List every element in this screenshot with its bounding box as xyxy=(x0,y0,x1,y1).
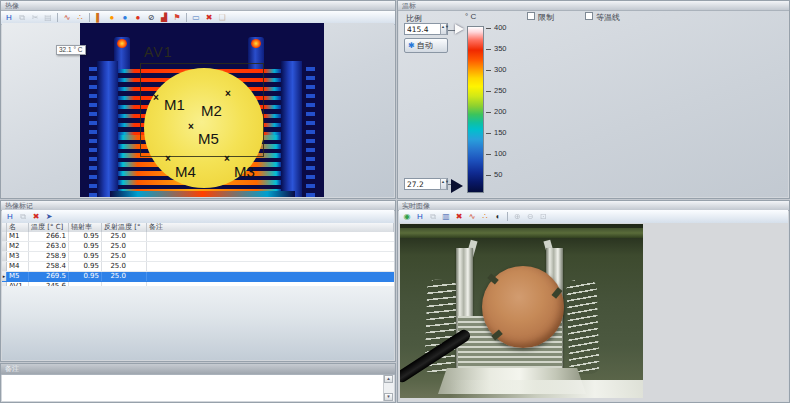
scatter-chart-icon[interactable]: ∴ xyxy=(479,211,491,222)
table-row-M5[interactable]: ▸M5269.50.9525.0 xyxy=(2,272,394,282)
column-header[interactable]: 温度 [° C] xyxy=(29,223,69,232)
cell: M2 xyxy=(7,242,29,251)
scroll-up-icon[interactable]: ▲ xyxy=(384,375,393,383)
cell: 0.95 xyxy=(69,232,102,241)
scale-tick xyxy=(486,70,491,71)
cell: 0.95 xyxy=(69,252,102,261)
marker-cross-M1[interactable]: × xyxy=(153,93,159,103)
save-icon[interactable]: H xyxy=(3,12,15,23)
cell xyxy=(147,242,394,251)
cell: M3 xyxy=(7,252,29,261)
column-header[interactable]: 备注 xyxy=(147,223,394,232)
zoom-out-icon: ⊖ xyxy=(524,211,536,222)
marker-label-M1: M1 xyxy=(164,97,185,112)
scale-tick-label: 400 xyxy=(494,24,507,32)
scale-tick-label: 350 xyxy=(494,45,507,53)
photo-back-board xyxy=(400,228,643,238)
limit-checkbox-label: 限制 xyxy=(538,12,554,23)
markers-table-panel: 热像标记 H⧉✖➤ 名温度 [° C]辐射率反射温度 [°备注 M1266.10… xyxy=(0,200,396,362)
cell: 0.95 xyxy=(69,262,102,271)
spot-tool-icon[interactable]: ▌ xyxy=(93,12,105,23)
scale-tick-label: 300 xyxy=(494,66,507,74)
marker-cross-M2[interactable]: × xyxy=(225,89,231,99)
save-icon[interactable]: H xyxy=(4,211,16,222)
scroll-down-icon[interactable]: ▼ xyxy=(384,393,393,401)
notes-textarea[interactable]: ▲ ▼ xyxy=(2,375,394,401)
cell: 25.0 xyxy=(102,272,147,281)
contrast-icon[interactable]: ◐ xyxy=(492,211,504,222)
column-header[interactable]: 反射温度 [° xyxy=(102,223,147,232)
save-icon[interactable]: H xyxy=(414,211,426,222)
paste-icon[interactable]: ▥ xyxy=(440,211,452,222)
profile-chart-icon[interactable]: ∿ xyxy=(61,12,73,23)
delete-icon[interactable]: ✖ xyxy=(203,12,215,23)
marker-label-M2: M2 xyxy=(201,103,222,118)
marker-cross-M4[interactable]: × xyxy=(165,154,171,164)
isotherm-checkbox[interactable] xyxy=(585,12,593,20)
app-window: 热像 H⧉✂▤∿∴▌●●●⊘▟⚑▭✖❏ AV1 ×M1×M2×M5×M4×M3 … xyxy=(0,0,790,403)
scale-tick xyxy=(486,49,491,50)
cell: 269.5 xyxy=(29,272,69,281)
limit-checkbox[interactable] xyxy=(527,12,535,20)
cell: 25.0 xyxy=(102,252,147,261)
table-row-M3[interactable]: M3258.90.9525.0 xyxy=(2,252,394,262)
scale-tick-label: 100 xyxy=(494,150,507,158)
send-marker-icon[interactable]: ➤ xyxy=(43,211,55,222)
scale-tick-label: 50 xyxy=(494,171,502,179)
delete-icon[interactable]: ✖ xyxy=(453,211,465,222)
thermal-panel-content: AV1 ×M1×M2×M5×M4×M3 32.1 ° C xyxy=(2,23,394,197)
heatsink-rail-left xyxy=(97,61,118,197)
copy-icon: ⧉ xyxy=(427,211,439,222)
toolbar-separator xyxy=(507,212,508,221)
heatsink-rail-right xyxy=(281,61,302,197)
scale-panel-content: 比例 ▲▼ ✱ 自动 ° C 40035030025020015010050 ▲… xyxy=(399,11,788,197)
table-body: M1266.10.9525.0M2263.00.9525.0M3258.90.9… xyxy=(2,232,394,292)
cell: 263.0 xyxy=(29,242,69,251)
cell: M1 xyxy=(7,232,29,241)
scale-tick xyxy=(486,133,491,134)
toolbar-separator xyxy=(89,13,90,22)
cell: 266.1 xyxy=(29,232,69,241)
scatter-chart-icon[interactable]: ∴ xyxy=(74,12,86,23)
marker-cross-M3[interactable]: × xyxy=(224,154,230,164)
photo-spring-right xyxy=(566,280,599,375)
cell: 25.0 xyxy=(102,242,147,251)
profile-chart-icon[interactable]: ∿ xyxy=(466,211,478,222)
column-header[interactable]: 名 xyxy=(7,223,29,232)
scale-ticks: 40035030025020015010050 xyxy=(399,1,529,199)
thermal-image[interactable]: AV1 ×M1×M2×M5×M4×M3 xyxy=(80,23,324,197)
marker-label-M5: M5 xyxy=(198,131,219,146)
notes-scrollbar[interactable]: ▲ ▼ xyxy=(383,375,394,401)
rect-select-icon[interactable]: ▭ xyxy=(190,12,202,23)
circle-marker-blue-icon[interactable]: ● xyxy=(119,12,131,23)
table-row-M1[interactable]: M1266.10.9525.0 xyxy=(2,232,394,242)
circle-marker-orange-icon[interactable]: ● xyxy=(106,12,118,23)
scale-tick-label: 250 xyxy=(494,87,507,95)
copy-icon: ⧉ xyxy=(16,12,28,23)
copy-icon: ⧉ xyxy=(17,211,29,222)
cell: M5 xyxy=(7,272,29,281)
heatsink-fin-edge-right xyxy=(306,67,315,197)
marker-label-M4: M4 xyxy=(175,164,196,179)
no-marker-icon[interactable]: ⊘ xyxy=(145,12,157,23)
delete-icon[interactable]: ✖ xyxy=(30,211,42,222)
circle-marker-red-icon[interactable]: ● xyxy=(132,12,144,23)
cell xyxy=(147,232,394,241)
cell: 258.9 xyxy=(29,252,69,261)
scale-min-spinner[interactable]: ▲▼ xyxy=(440,178,447,190)
marker-cross-M5[interactable]: × xyxy=(188,122,194,132)
min-pointer-icon[interactable] xyxy=(451,179,463,193)
capture-icon[interactable]: ◉ xyxy=(401,211,413,222)
visible-light-photo[interactable] xyxy=(400,224,643,398)
toolbar-separator xyxy=(57,13,58,22)
column-header[interactable]: 辐射率 xyxy=(69,223,102,232)
table-row-M4[interactable]: M4258.40.9525.0 xyxy=(2,262,394,272)
cell: 258.4 xyxy=(29,262,69,271)
scale-tick xyxy=(486,112,491,113)
table-row-M2[interactable]: M2263.00.9525.0 xyxy=(2,242,394,252)
report-icon: ❏ xyxy=(216,12,228,23)
scale-tick-label: 150 xyxy=(494,129,507,137)
flag-marker-icon[interactable]: ⚑ xyxy=(171,12,183,23)
visual-panel-content xyxy=(399,223,788,401)
histogram-marker-icon[interactable]: ▟ xyxy=(158,12,170,23)
